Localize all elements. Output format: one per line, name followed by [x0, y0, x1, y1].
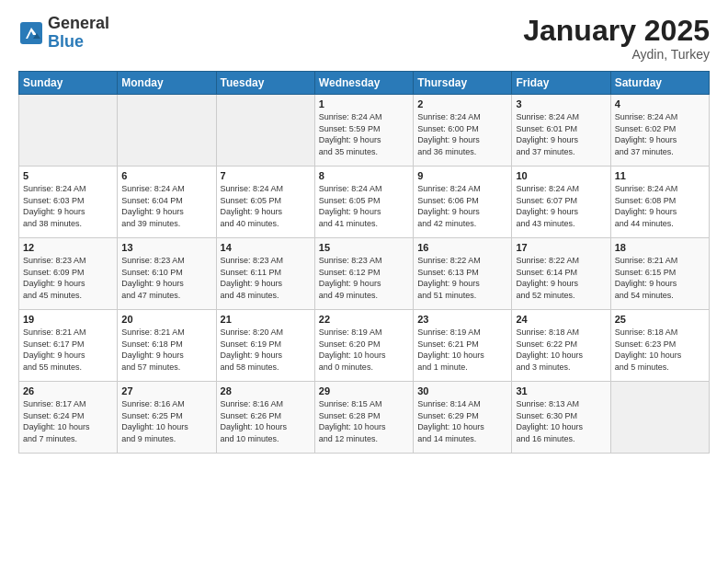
day-info: Sunrise: 8:24 AM Sunset: 6:01 PM Dayligh… — [516, 111, 606, 157]
calendar-cell: 22Sunrise: 8:19 AM Sunset: 6:20 PM Dayli… — [314, 310, 413, 382]
day-number: 31 — [516, 385, 606, 396]
calendar-cell: 25Sunrise: 8:18 AM Sunset: 6:23 PM Dayli… — [610, 310, 709, 382]
calendar-cell: 24Sunrise: 8:18 AM Sunset: 6:22 PM Dayli… — [512, 310, 610, 382]
col-friday: Friday — [512, 72, 610, 95]
day-info: Sunrise: 8:24 AM Sunset: 6:00 PM Dayligh… — [417, 111, 507, 157]
week-row-4: 19Sunrise: 8:21 AM Sunset: 6:17 PM Dayli… — [19, 310, 710, 382]
day-info: Sunrise: 8:19 AM Sunset: 6:21 PM Dayligh… — [417, 327, 507, 373]
calendar-cell: 18Sunrise: 8:21 AM Sunset: 6:15 PM Dayli… — [610, 238, 709, 310]
calendar-cell: 3Sunrise: 8:24 AM Sunset: 6:01 PM Daylig… — [512, 95, 610, 167]
day-info: Sunrise: 8:14 AM Sunset: 6:29 PM Dayligh… — [417, 398, 507, 444]
day-number: 23 — [417, 314, 507, 325]
day-info: Sunrise: 8:24 AM Sunset: 6:05 PM Dayligh… — [221, 183, 311, 229]
calendar-cell: 10Sunrise: 8:24 AM Sunset: 6:07 PM Dayli… — [512, 167, 610, 238]
calendar-cell — [610, 382, 709, 454]
month-year: January 2025 — [523, 15, 710, 47]
day-number: 25 — [615, 314, 705, 325]
day-number: 28 — [221, 385, 311, 396]
calendar-cell: 21Sunrise: 8:20 AM Sunset: 6:19 PM Dayli… — [216, 310, 314, 382]
day-info: Sunrise: 8:23 AM Sunset: 6:11 PM Dayligh… — [221, 255, 311, 301]
day-info: Sunrise: 8:16 AM Sunset: 6:26 PM Dayligh… — [221, 398, 311, 444]
calendar-body: 1Sunrise: 8:24 AM Sunset: 5:59 PM Daylig… — [19, 95, 710, 454]
day-info: Sunrise: 8:16 AM Sunset: 6:25 PM Dayligh… — [121, 398, 211, 444]
calendar-cell: 7Sunrise: 8:24 AM Sunset: 6:05 PM Daylig… — [216, 167, 314, 238]
day-number: 21 — [221, 314, 311, 325]
calendar-table: Sunday Monday Tuesday Wednesday Thursday… — [18, 71, 710, 454]
calendar-cell: 5Sunrise: 8:24 AM Sunset: 6:03 PM Daylig… — [19, 167, 118, 238]
calendar-header: Sunday Monday Tuesday Wednesday Thursday… — [19, 72, 710, 95]
day-info: Sunrise: 8:17 AM Sunset: 6:24 PM Dayligh… — [23, 398, 113, 444]
col-tuesday: Tuesday — [216, 72, 314, 95]
week-row-3: 12Sunrise: 8:23 AM Sunset: 6:09 PM Dayli… — [19, 238, 710, 310]
calendar-cell — [216, 95, 314, 167]
svg-rect-0 — [20, 22, 42, 44]
day-info: Sunrise: 8:23 AM Sunset: 6:10 PM Dayligh… — [121, 255, 211, 301]
day-number: 2 — [417, 98, 507, 109]
day-number: 20 — [121, 314, 211, 325]
calendar-cell: 12Sunrise: 8:23 AM Sunset: 6:09 PM Dayli… — [19, 238, 118, 310]
week-row-2: 5Sunrise: 8:24 AM Sunset: 6:03 PM Daylig… — [19, 167, 710, 238]
calendar-cell: 2Sunrise: 8:24 AM Sunset: 6:00 PM Daylig… — [414, 95, 512, 167]
calendar-cell — [19, 95, 118, 167]
day-info: Sunrise: 8:21 AM Sunset: 6:18 PM Dayligh… — [121, 327, 211, 373]
week-row-1: 1Sunrise: 8:24 AM Sunset: 5:59 PM Daylig… — [19, 95, 710, 167]
calendar-cell: 13Sunrise: 8:23 AM Sunset: 6:10 PM Dayli… — [118, 238, 216, 310]
calendar-cell: 29Sunrise: 8:15 AM Sunset: 6:28 PM Dayli… — [314, 382, 413, 454]
day-info: Sunrise: 8:24 AM Sunset: 5:59 PM Dayligh… — [319, 111, 409, 157]
calendar-cell: 20Sunrise: 8:21 AM Sunset: 6:18 PM Dayli… — [118, 310, 216, 382]
day-info: Sunrise: 8:24 AM Sunset: 6:08 PM Dayligh… — [615, 183, 705, 229]
calendar-cell: 17Sunrise: 8:22 AM Sunset: 6:14 PM Dayli… — [512, 238, 610, 310]
col-saturday: Saturday — [610, 72, 709, 95]
day-number: 9 — [417, 170, 507, 181]
day-info: Sunrise: 8:23 AM Sunset: 6:12 PM Dayligh… — [319, 255, 409, 301]
calendar-cell: 30Sunrise: 8:14 AM Sunset: 6:29 PM Dayli… — [414, 382, 512, 454]
calendar-cell: 28Sunrise: 8:16 AM Sunset: 6:26 PM Dayli… — [216, 382, 314, 454]
day-number: 16 — [417, 242, 507, 253]
day-number: 29 — [319, 385, 409, 396]
calendar-cell: 1Sunrise: 8:24 AM Sunset: 5:59 PM Daylig… — [314, 95, 413, 167]
day-number: 26 — [23, 385, 113, 396]
day-number: 15 — [319, 242, 409, 253]
logo-blue-text: Blue — [48, 33, 109, 52]
day-number: 19 — [23, 314, 113, 325]
calendar-cell: 31Sunrise: 8:13 AM Sunset: 6:30 PM Dayli… — [512, 382, 610, 454]
calendar-cell: 16Sunrise: 8:22 AM Sunset: 6:13 PM Dayli… — [414, 238, 512, 310]
day-info: Sunrise: 8:20 AM Sunset: 6:19 PM Dayligh… — [221, 327, 311, 373]
day-info: Sunrise: 8:24 AM Sunset: 6:03 PM Dayligh… — [23, 183, 113, 229]
col-monday: Monday — [118, 72, 216, 95]
day-number: 3 — [516, 98, 606, 109]
day-number: 4 — [615, 98, 705, 109]
page: General Blue January 2025 Aydin, Turkey … — [0, 0, 728, 563]
day-number: 12 — [23, 242, 113, 253]
header: General Blue January 2025 Aydin, Turkey — [18, 15, 710, 62]
day-info: Sunrise: 8:24 AM Sunset: 6:07 PM Dayligh… — [516, 183, 606, 229]
calendar-cell: 9Sunrise: 8:24 AM Sunset: 6:06 PM Daylig… — [414, 167, 512, 238]
calendar-cell: 15Sunrise: 8:23 AM Sunset: 6:12 PM Dayli… — [314, 238, 413, 310]
week-row-5: 26Sunrise: 8:17 AM Sunset: 6:24 PM Dayli… — [19, 382, 710, 454]
calendar-cell: 23Sunrise: 8:19 AM Sunset: 6:21 PM Dayli… — [414, 310, 512, 382]
day-info: Sunrise: 8:24 AM Sunset: 6:02 PM Dayligh… — [615, 111, 705, 157]
day-info: Sunrise: 8:21 AM Sunset: 6:17 PM Dayligh… — [23, 327, 113, 373]
calendar-cell: 4Sunrise: 8:24 AM Sunset: 6:02 PM Daylig… — [610, 95, 709, 167]
calendar-cell — [118, 95, 216, 167]
day-info: Sunrise: 8:24 AM Sunset: 6:04 PM Dayligh… — [121, 183, 211, 229]
location: Aydin, Turkey — [523, 47, 710, 62]
day-number: 24 — [516, 314, 606, 325]
day-number: 17 — [516, 242, 606, 253]
day-info: Sunrise: 8:22 AM Sunset: 6:13 PM Dayligh… — [417, 255, 507, 301]
day-number: 7 — [221, 170, 311, 181]
day-number: 30 — [417, 385, 507, 396]
day-number: 13 — [121, 242, 211, 253]
day-number: 10 — [516, 170, 606, 181]
header-row: Sunday Monday Tuesday Wednesday Thursday… — [19, 72, 710, 95]
col-wednesday: Wednesday — [314, 72, 413, 95]
calendar-cell: 8Sunrise: 8:24 AM Sunset: 6:05 PM Daylig… — [314, 167, 413, 238]
calendar-cell: 19Sunrise: 8:21 AM Sunset: 6:17 PM Dayli… — [19, 310, 118, 382]
day-info: Sunrise: 8:22 AM Sunset: 6:14 PM Dayligh… — [516, 255, 606, 301]
day-info: Sunrise: 8:23 AM Sunset: 6:09 PM Dayligh… — [23, 255, 113, 301]
day-number: 8 — [319, 170, 409, 181]
day-info: Sunrise: 8:24 AM Sunset: 6:05 PM Dayligh… — [319, 183, 409, 229]
day-number: 6 — [121, 170, 211, 181]
calendar-cell: 6Sunrise: 8:24 AM Sunset: 6:04 PM Daylig… — [118, 167, 216, 238]
calendar-cell: 14Sunrise: 8:23 AM Sunset: 6:11 PM Dayli… — [216, 238, 314, 310]
